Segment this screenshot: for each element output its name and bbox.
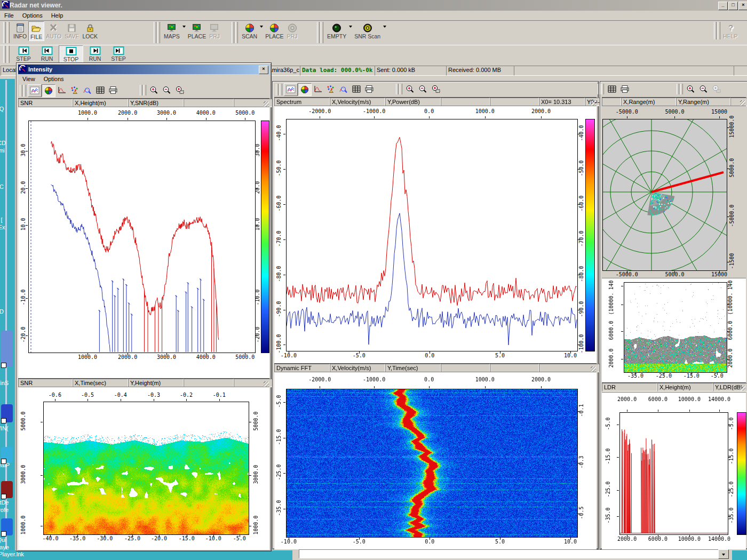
axis-tick-label: 14000.0 bbox=[708, 396, 730, 402]
axis-tick-mark bbox=[430, 351, 430, 354]
close-button[interactable]: × bbox=[738, 2, 747, 10]
desktop-icon-label[interactable]: D bbox=[0, 308, 14, 315]
combo-dropdown-button[interactable] bbox=[718, 549, 729, 559]
desktop-shortcut-icon[interactable] bbox=[1, 331, 13, 367]
chevron-down-icon[interactable] bbox=[383, 26, 386, 29]
menu-item-options[interactable]: Options bbox=[18, 11, 47, 20]
desktop-icon-label[interactable]: Ex bbox=[0, 224, 14, 230]
axis-tick-mark bbox=[374, 116, 375, 118]
axis-tick-mark bbox=[283, 438, 285, 438]
print-button[interactable] bbox=[618, 83, 631, 95]
axis-tick-label: 2000.0 bbox=[617, 396, 637, 402]
main-titlebar[interactable]: Radar net viewer. _ □ × bbox=[0, 0, 747, 11]
axis-tick-mark bbox=[26, 225, 28, 226]
snr-profile-plot[interactable] bbox=[28, 121, 256, 353]
pie-icon bbox=[244, 22, 255, 33]
desktop-icon-label[interactable]: [ bbox=[0, 217, 14, 223]
chart-line-button[interactable] bbox=[28, 84, 42, 97]
ldr-plot[interactable] bbox=[619, 412, 728, 535]
spectrum-plot[interactable] bbox=[286, 119, 578, 351]
menu-item-file[interactable]: File bbox=[0, 11, 18, 20]
axis-tick-mark bbox=[256, 225, 258, 226]
chart-scatter-button[interactable] bbox=[324, 83, 337, 95]
desktop-icon-label[interactable]: CD bbox=[0, 140, 14, 146]
snr-time-height-plot[interactable] bbox=[43, 402, 249, 535]
zoom-in-button[interactable] bbox=[148, 84, 161, 96]
monitor-icon bbox=[166, 22, 177, 33]
zoom-window-button[interactable] bbox=[173, 84, 186, 96]
stop-stop-button[interactable]: STOP bbox=[59, 45, 83, 63]
file-button[interactable]: FILE bbox=[28, 21, 44, 41]
step-step-fwd-button[interactable]: STEP bbox=[107, 45, 130, 62]
chart-grid-button[interactable] bbox=[94, 84, 107, 96]
zoom-out-button[interactable] bbox=[417, 83, 430, 95]
run-run-fwd-button[interactable]: RUN bbox=[83, 45, 107, 62]
place-button[interactable]: PLACE bbox=[186, 21, 208, 40]
zoom-window-button[interactable] bbox=[430, 83, 442, 95]
dynamic-fft-plot[interactable] bbox=[286, 389, 578, 538]
axis-tick-mark bbox=[121, 399, 121, 401]
place-button[interactable]: PLACE bbox=[264, 21, 285, 40]
scan-window: X,Range(m)Y,Range(m)-5000.05000.015000-5… bbox=[600, 81, 747, 549]
desktop-icon-label[interactable]: mi bbox=[0, 147, 14, 154]
chart-scatter-button[interactable] bbox=[68, 84, 81, 96]
menu-item-options[interactable]: Options bbox=[39, 75, 68, 83]
chart-curve-button[interactable] bbox=[312, 83, 324, 95]
chart-pie-button[interactable] bbox=[42, 84, 55, 97]
print-button[interactable] bbox=[363, 83, 376, 95]
chart-grid-button[interactable] bbox=[350, 83, 363, 95]
status-received: Received: 0.000 MB bbox=[446, 66, 515, 76]
desktop-icon-label[interactable]: C bbox=[0, 183, 14, 190]
desktop-icon-label[interactable]: WIN( bbox=[0, 425, 14, 431]
menu-item-help[interactable]: Help bbox=[47, 11, 68, 20]
chevron-down-icon[interactable] bbox=[349, 26, 352, 29]
info-button[interactable]: INFO bbox=[12, 21, 28, 40]
axis-tick-mark bbox=[578, 134, 580, 134]
axis-tick-mark bbox=[256, 298, 258, 299]
intensity-close-button[interactable]: × bbox=[259, 66, 268, 74]
zoom-out-button[interactable] bbox=[697, 83, 710, 95]
print-button[interactable] bbox=[107, 84, 120, 96]
run-run-back-button[interactable]: RUN bbox=[35, 45, 59, 62]
scan-polar-plot[interactable] bbox=[602, 119, 727, 271]
desktop-icon-label[interactable]: Qui bbox=[0, 537, 14, 543]
scan-button[interactable]: SCAN bbox=[240, 21, 259, 40]
monitor-gray-icon bbox=[209, 22, 220, 33]
desktop-icon-label[interactable]: Q bbox=[0, 106, 14, 112]
empty-button[interactable]: EMPTY bbox=[325, 21, 348, 40]
zoom-in-button[interactable] bbox=[404, 83, 417, 95]
header-field bbox=[490, 98, 539, 106]
chart-curve-button[interactable] bbox=[55, 84, 68, 96]
chart-grid-button[interactable] bbox=[606, 83, 618, 95]
axis-tick-mark bbox=[256, 335, 258, 336]
axis-tick-mark bbox=[105, 535, 105, 537]
zoom-window-button bbox=[710, 83, 723, 95]
desktop-icon-label[interactable]: Playe bbox=[0, 544, 14, 550]
lock-button[interactable]: LOCK bbox=[81, 21, 100, 40]
desktop-icon-label[interactable]: WinS bbox=[0, 380, 14, 386]
toolbar-grip-icon bbox=[144, 85, 146, 95]
command-combo-input[interactable] bbox=[299, 549, 719, 558]
toolbar-button-label: RUN bbox=[89, 55, 101, 62]
chevron-down-icon[interactable] bbox=[182, 26, 186, 29]
zoom-out-button[interactable] bbox=[161, 84, 173, 96]
maps-button[interactable]: MAPS bbox=[162, 21, 181, 40]
chart-zoomcurve-button[interactable] bbox=[337, 83, 350, 95]
radar-window-icon bbox=[19, 65, 27, 74]
minimize-button[interactable]: _ bbox=[718, 2, 728, 10]
restore-button[interactable]: □ bbox=[728, 2, 738, 10]
desktop-icon-label[interactable]: BitDe bbox=[0, 499, 14, 506]
snr-scan-button[interactable]: SNR Scan bbox=[353, 21, 382, 40]
intensity-titlebar[interactable]: Intensity × bbox=[18, 65, 269, 74]
chart-zoomcurve-button[interactable] bbox=[81, 84, 94, 96]
zoom-in-button[interactable] bbox=[685, 83, 697, 95]
desktop-label-player-lnk[interactable]: Player.lnk bbox=[0, 551, 30, 557]
desktop-icon-label[interactable]: Profe bbox=[0, 507, 14, 513]
chevron-down-icon[interactable] bbox=[260, 26, 263, 29]
step-step-back-button[interactable]: STEP bbox=[12, 45, 35, 62]
chart-line-button[interactable] bbox=[284, 83, 298, 96]
axis-tick-label: 10.0 bbox=[255, 209, 260, 241]
menu-item-view[interactable]: View bbox=[18, 75, 39, 83]
chart-pie-button[interactable] bbox=[298, 83, 312, 96]
range-scatter-plot[interactable] bbox=[624, 282, 727, 373]
